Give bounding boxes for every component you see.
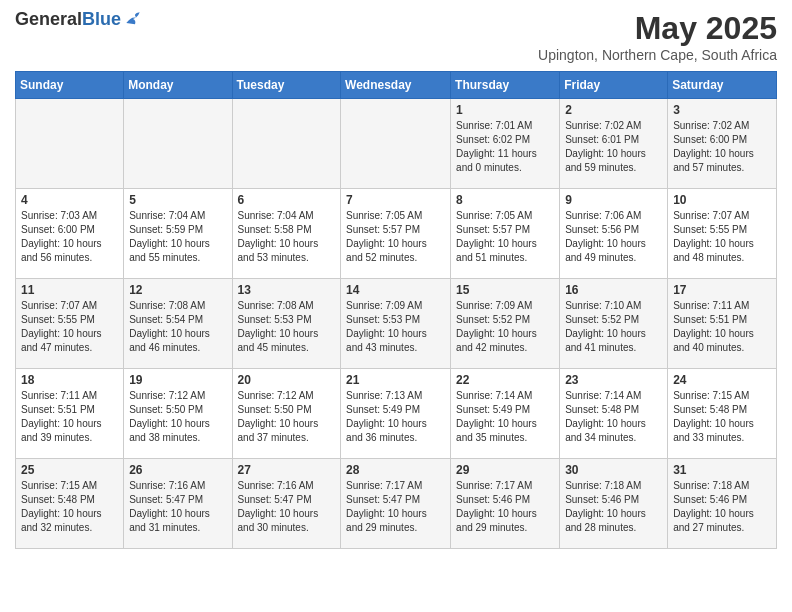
day-info: Sunrise: 7:18 AM Sunset: 5:46 PM Dayligh… [673,479,771,535]
logo-blue-text: Blue [82,9,121,29]
day-number: 28 [346,463,445,477]
day-number: 5 [129,193,226,207]
day-info: Sunrise: 7:18 AM Sunset: 5:46 PM Dayligh… [565,479,662,535]
calendar-cell: 12Sunrise: 7:08 AM Sunset: 5:54 PM Dayli… [124,279,232,369]
calendar-cell: 24Sunrise: 7:15 AM Sunset: 5:48 PM Dayli… [668,369,777,459]
calendar-cell: 23Sunrise: 7:14 AM Sunset: 5:48 PM Dayli… [560,369,668,459]
calendar-cell: 16Sunrise: 7:10 AM Sunset: 5:52 PM Dayli… [560,279,668,369]
calendar-cell: 31Sunrise: 7:18 AM Sunset: 5:46 PM Dayli… [668,459,777,549]
calendar-cell: 17Sunrise: 7:11 AM Sunset: 5:51 PM Dayli… [668,279,777,369]
calendar-cell: 13Sunrise: 7:08 AM Sunset: 5:53 PM Dayli… [232,279,341,369]
header-day-friday: Friday [560,72,668,99]
day-info: Sunrise: 7:11 AM Sunset: 5:51 PM Dayligh… [21,389,118,445]
header-row: SundayMondayTuesdayWednesdayThursdayFrid… [16,72,777,99]
day-number: 11 [21,283,118,297]
day-number: 23 [565,373,662,387]
calendar-subtitle: Upington, Northern Cape, South Africa [538,47,777,63]
day-info: Sunrise: 7:15 AM Sunset: 5:48 PM Dayligh… [673,389,771,445]
calendar-cell: 11Sunrise: 7:07 AM Sunset: 5:55 PM Dayli… [16,279,124,369]
day-number: 24 [673,373,771,387]
calendar-cell: 19Sunrise: 7:12 AM Sunset: 5:50 PM Dayli… [124,369,232,459]
day-number: 13 [238,283,336,297]
day-number: 3 [673,103,771,117]
calendar-cell: 28Sunrise: 7:17 AM Sunset: 5:47 PM Dayli… [341,459,451,549]
day-info: Sunrise: 7:07 AM Sunset: 5:55 PM Dayligh… [673,209,771,265]
day-number: 9 [565,193,662,207]
calendar-cell: 5Sunrise: 7:04 AM Sunset: 5:59 PM Daylig… [124,189,232,279]
day-info: Sunrise: 7:17 AM Sunset: 5:47 PM Dayligh… [346,479,445,535]
day-info: Sunrise: 7:09 AM Sunset: 5:53 PM Dayligh… [346,299,445,355]
week-row-5: 25Sunrise: 7:15 AM Sunset: 5:48 PM Dayli… [16,459,777,549]
day-number: 8 [456,193,554,207]
day-info: Sunrise: 7:10 AM Sunset: 5:52 PM Dayligh… [565,299,662,355]
day-info: Sunrise: 7:15 AM Sunset: 5:48 PM Dayligh… [21,479,118,535]
week-row-2: 4Sunrise: 7:03 AM Sunset: 6:00 PM Daylig… [16,189,777,279]
day-number: 27 [238,463,336,477]
logo-bird-icon [123,11,143,27]
day-info: Sunrise: 7:16 AM Sunset: 5:47 PM Dayligh… [238,479,336,535]
day-number: 10 [673,193,771,207]
day-number: 19 [129,373,226,387]
calendar-cell: 22Sunrise: 7:14 AM Sunset: 5:49 PM Dayli… [451,369,560,459]
day-number: 30 [565,463,662,477]
day-info: Sunrise: 7:11 AM Sunset: 5:51 PM Dayligh… [673,299,771,355]
day-number: 25 [21,463,118,477]
day-info: Sunrise: 7:12 AM Sunset: 5:50 PM Dayligh… [238,389,336,445]
day-info: Sunrise: 7:04 AM Sunset: 5:59 PM Dayligh… [129,209,226,265]
day-number: 1 [456,103,554,117]
week-row-4: 18Sunrise: 7:11 AM Sunset: 5:51 PM Dayli… [16,369,777,459]
day-number: 29 [456,463,554,477]
calendar-cell: 3Sunrise: 7:02 AM Sunset: 6:00 PM Daylig… [668,99,777,189]
day-info: Sunrise: 7:08 AM Sunset: 5:53 PM Dayligh… [238,299,336,355]
day-info: Sunrise: 7:16 AM Sunset: 5:47 PM Dayligh… [129,479,226,535]
day-number: 6 [238,193,336,207]
header: GeneralBlue May 2025 Upington, Northern … [15,10,777,63]
calendar-cell: 29Sunrise: 7:17 AM Sunset: 5:46 PM Dayli… [451,459,560,549]
day-number: 12 [129,283,226,297]
day-number: 16 [565,283,662,297]
calendar-cell [341,99,451,189]
day-info: Sunrise: 7:12 AM Sunset: 5:50 PM Dayligh… [129,389,226,445]
day-info: Sunrise: 7:02 AM Sunset: 6:00 PM Dayligh… [673,119,771,175]
logo-general-text: General [15,9,82,29]
calendar-cell: 15Sunrise: 7:09 AM Sunset: 5:52 PM Dayli… [451,279,560,369]
day-info: Sunrise: 7:02 AM Sunset: 6:01 PM Dayligh… [565,119,662,175]
day-number: 31 [673,463,771,477]
calendar-cell: 9Sunrise: 7:06 AM Sunset: 5:56 PM Daylig… [560,189,668,279]
day-number: 2 [565,103,662,117]
day-info: Sunrise: 7:05 AM Sunset: 5:57 PM Dayligh… [456,209,554,265]
calendar-cell: 30Sunrise: 7:18 AM Sunset: 5:46 PM Dayli… [560,459,668,549]
calendar-title: May 2025 [538,10,777,47]
day-number: 22 [456,373,554,387]
day-info: Sunrise: 7:09 AM Sunset: 5:52 PM Dayligh… [456,299,554,355]
calendar-cell: 25Sunrise: 7:15 AM Sunset: 5:48 PM Dayli… [16,459,124,549]
day-info: Sunrise: 7:04 AM Sunset: 5:58 PM Dayligh… [238,209,336,265]
header-day-wednesday: Wednesday [341,72,451,99]
week-row-3: 11Sunrise: 7:07 AM Sunset: 5:55 PM Dayli… [16,279,777,369]
day-number: 15 [456,283,554,297]
day-number: 20 [238,373,336,387]
calendar-cell: 1Sunrise: 7:01 AM Sunset: 6:02 PM Daylig… [451,99,560,189]
calendar-cell: 8Sunrise: 7:05 AM Sunset: 5:57 PM Daylig… [451,189,560,279]
calendar-cell: 2Sunrise: 7:02 AM Sunset: 6:01 PM Daylig… [560,99,668,189]
day-number: 14 [346,283,445,297]
header-day-saturday: Saturday [668,72,777,99]
day-info: Sunrise: 7:06 AM Sunset: 5:56 PM Dayligh… [565,209,662,265]
week-row-1: 1Sunrise: 7:01 AM Sunset: 6:02 PM Daylig… [16,99,777,189]
calendar-cell: 7Sunrise: 7:05 AM Sunset: 5:57 PM Daylig… [341,189,451,279]
day-number: 18 [21,373,118,387]
calendar-cell: 20Sunrise: 7:12 AM Sunset: 5:50 PM Dayli… [232,369,341,459]
day-info: Sunrise: 7:08 AM Sunset: 5:54 PM Dayligh… [129,299,226,355]
day-number: 7 [346,193,445,207]
day-number: 4 [21,193,118,207]
day-number: 26 [129,463,226,477]
calendar-table: SundayMondayTuesdayWednesdayThursdayFrid… [15,71,777,549]
day-info: Sunrise: 7:13 AM Sunset: 5:49 PM Dayligh… [346,389,445,445]
title-area: May 2025 Upington, Northern Cape, South … [538,10,777,63]
day-info: Sunrise: 7:03 AM Sunset: 6:00 PM Dayligh… [21,209,118,265]
day-number: 17 [673,283,771,297]
calendar-cell: 6Sunrise: 7:04 AM Sunset: 5:58 PM Daylig… [232,189,341,279]
day-info: Sunrise: 7:01 AM Sunset: 6:02 PM Dayligh… [456,119,554,175]
calendar-cell: 10Sunrise: 7:07 AM Sunset: 5:55 PM Dayli… [668,189,777,279]
calendar-cell: 26Sunrise: 7:16 AM Sunset: 5:47 PM Dayli… [124,459,232,549]
